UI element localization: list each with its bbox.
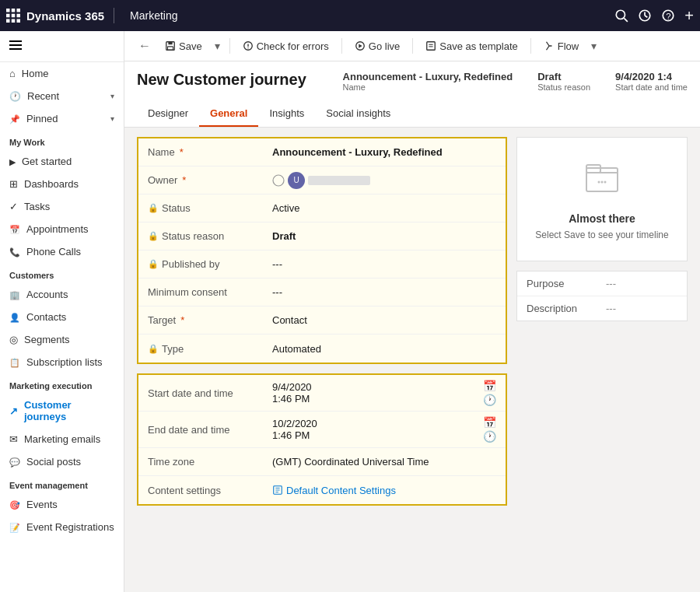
tab-designer[interactable]: Designer	[137, 101, 199, 127]
svg-point-37	[601, 180, 604, 183]
field-value-timezone[interactable]: (GMT) Coordinated Universal Time	[263, 451, 506, 472]
hamburger-menu[interactable]	[0, 31, 124, 62]
field-value-start-date[interactable]: 9/4/2020 1:46 PM 📅 🕐	[263, 375, 506, 411]
status-reason-lock-icon: 🔒	[148, 231, 159, 241]
end-date-clock-icon[interactable]: 🕐	[483, 430, 496, 443]
grid-menu-icon[interactable]	[6, 9, 20, 23]
field-value-name[interactable]: Announcement - Luxury, Redefined	[263, 142, 506, 163]
save-button[interactable]: Save	[159, 37, 208, 55]
field-label-target: Target *	[138, 310, 263, 331]
events-icon	[9, 499, 20, 510]
social-icon	[9, 456, 20, 468]
start-date-calendar-icon[interactable]: 📅	[483, 380, 496, 392]
go-live-label: Go live	[369, 40, 400, 52]
phone-icon	[9, 246, 20, 257]
tab-general[interactable]: General	[199, 101, 258, 127]
tab-social-insights[interactable]: Social insights	[315, 101, 401, 127]
tab-insights[interactable]: Insights	[258, 101, 315, 127]
field-value-status-reason: Draft	[263, 226, 506, 247]
section-header-customers: Customers	[0, 263, 124, 283]
recent-icon[interactable]	[638, 9, 652, 23]
field-value-content-settings[interactable]: Default Content Settings	[263, 480, 506, 501]
meta-start-date-value: 9/4/2020 1:4	[615, 71, 688, 82]
sidebar-item-accounts[interactable]: Accounts	[0, 283, 124, 306]
description-label: Description	[527, 303, 597, 314]
go-live-button[interactable]: Go live	[348, 37, 406, 55]
form-section: Name * Announcement - Luxury, Redefined …	[137, 137, 507, 506]
sidebar-item-event-registrations[interactable]: Event Registrations	[0, 516, 124, 538]
type-lock-icon: 🔒	[148, 344, 159, 354]
form-row-name: Name * Announcement - Luxury, Redefined	[138, 138, 506, 166]
sidebar-item-social-posts[interactable]: Social posts	[0, 450, 124, 473]
sidebar-item-events[interactable]: Events	[0, 493, 124, 516]
svg-point-9	[617, 10, 625, 19]
appointments-icon	[9, 223, 20, 235]
timeline-subtitle: Select Save to see your timeline	[535, 229, 668, 240]
sidebar-item-get-started[interactable]: Get started	[0, 150, 124, 173]
sidebar-label-pinned: Pinned	[26, 113, 58, 124]
sidebar-item-recent[interactable]: Recent ▾	[0, 85, 124, 107]
pin-icon	[9, 113, 20, 124]
svg-rect-8	[17, 19, 21, 23]
sidebar-item-appointments[interactable]: Appointments	[0, 218, 124, 240]
field-value-published-by: ---	[263, 254, 506, 275]
save-dropdown-icon[interactable]: ▾	[212, 37, 223, 55]
target-required: *	[180, 314, 184, 326]
check-errors-label: Check for errors	[257, 40, 329, 52]
sidebar-label-segments: Segments	[24, 334, 70, 345]
back-button[interactable]: ←	[134, 36, 156, 56]
sidebar-item-phone-calls[interactable]: Phone Calls	[0, 240, 124, 263]
svg-rect-4	[12, 14, 16, 18]
form-row-content-settings: Content settings Default Content Setting…	[138, 476, 506, 504]
purpose-row: Purpose ---	[517, 271, 687, 296]
sidebar-label-home: Home	[22, 68, 49, 79]
check-errors-button[interactable]: Check for errors	[236, 37, 335, 55]
flow-label: Flow	[558, 40, 579, 52]
field-value-owner[interactable]: U	[263, 167, 506, 194]
form-row-timezone: Time zone (GMT) Coordinated Universal Ti…	[138, 448, 506, 476]
form-row-start-date: Start date and time 9/4/2020 1:46 PM 📅 🕐	[138, 375, 506, 412]
field-value-minimum-consent: ---	[263, 282, 506, 303]
sidebar-label-contacts: Contacts	[26, 311, 66, 323]
form-row-status: 🔒 Status Active	[138, 194, 506, 222]
end-date-calendar-icon[interactable]: 📅	[483, 416, 496, 429]
meta-status-value: Draft	[537, 71, 590, 82]
meta-name-value: Announcement - Luxury, Redefined	[343, 71, 513, 82]
sidebar-item-segments[interactable]: Segments	[0, 328, 124, 351]
start-date-clock-icon[interactable]: 🕐	[483, 394, 496, 406]
label-start-date-text: Start date and time	[148, 387, 233, 399]
help-icon[interactable]: ?	[661, 9, 675, 23]
sidebar-item-dashboards[interactable]: Dashboards	[0, 173, 124, 195]
meta-name-label: Name	[343, 82, 513, 92]
save-as-template-button[interactable]: Save as template	[419, 37, 523, 55]
sidebar-item-marketing-emails[interactable]: Marketing emails	[0, 428, 124, 450]
svg-rect-5	[17, 14, 21, 18]
field-value-target[interactable]: Contact	[263, 310, 506, 331]
check-errors-icon	[243, 40, 254, 51]
sidebar-label-tasks: Tasks	[24, 201, 50, 212]
svg-rect-26	[427, 42, 436, 51]
form-row-end-date: End date and time 10/2/2020 1:46 PM 📅 🕐	[138, 412, 506, 448]
sidebar-item-contacts[interactable]: Contacts	[0, 306, 124, 328]
flow-button[interactable]: Flow	[537, 37, 585, 55]
field-value-end-date[interactable]: 10/2/2020 1:46 PM 📅 🕐	[263, 412, 506, 447]
timeline-folder-icon	[583, 159, 621, 196]
sidebar-item-pinned[interactable]: Pinned ▾	[0, 107, 124, 130]
sidebar-item-customer-journeys[interactable]: Customer journeys	[0, 394, 124, 428]
field-label-name: Name *	[138, 142, 263, 163]
owner-name-blurred	[308, 176, 370, 185]
sidebar-item-home[interactable]: Home	[0, 62, 124, 85]
sidebar-item-subscription-lists[interactable]: Subscription lists	[0, 351, 124, 373]
meta-name: Announcement - Luxury, Redefined Name	[343, 71, 513, 92]
save-icon	[165, 40, 176, 51]
toolbar: ← Save ▾ Check for errors Go live Save a…	[124, 31, 700, 61]
add-icon[interactable]: +	[684, 7, 694, 25]
field-value-status: Active	[263, 198, 506, 219]
timeline-icon	[583, 159, 621, 203]
flow-dropdown-icon[interactable]: ▾	[588, 37, 600, 55]
sidebar-label-social-posts: Social posts	[26, 456, 81, 468]
sidebar-item-tasks[interactable]: Tasks	[0, 195, 124, 218]
sidebar-label-appointments: Appointments	[26, 223, 89, 235]
form-row-owner: Owner * U	[138, 166, 506, 194]
search-icon[interactable]	[614, 9, 628, 23]
